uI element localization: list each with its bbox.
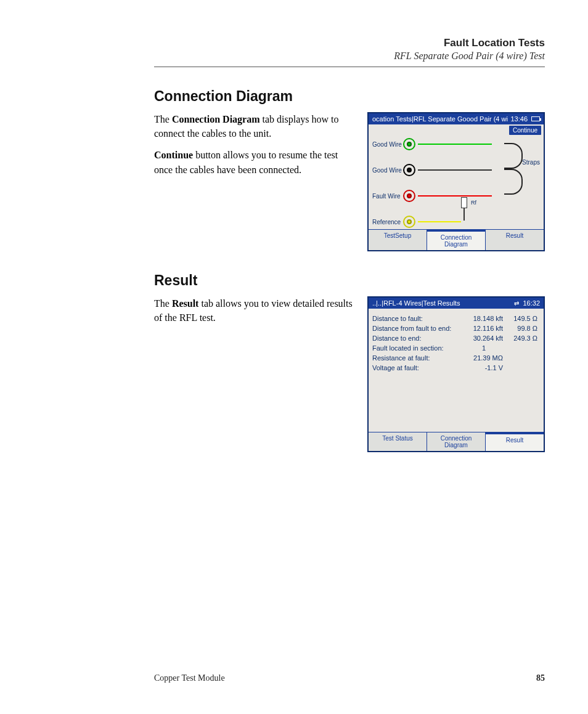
result-row: Distance from fault to end: 12.116 kft 9… bbox=[372, 323, 540, 333]
res-paragraph-1: The Result tab allows you to view detail… bbox=[154, 296, 354, 325]
header-rule bbox=[154, 67, 545, 67]
wire-yellow bbox=[418, 221, 461, 222]
straps-label: Straps bbox=[522, 159, 540, 166]
tab-result[interactable]: Result bbox=[485, 230, 544, 250]
result-key: Voltage at fault: bbox=[372, 364, 465, 371]
wire-green bbox=[418, 144, 492, 145]
section-res-text: The Result tab allows you to view detail… bbox=[154, 296, 354, 332]
section-heading-connection-diagram: Connection Diagram bbox=[154, 88, 545, 105]
cd-paragraph-2: Continue button allows you to resume the… bbox=[154, 148, 354, 176]
result-row: Distance to fault: 18.148 kft 149.5 Ω bbox=[372, 314, 540, 323]
result-row: Resistance at fault: 21.39 MΩ bbox=[372, 353, 540, 363]
tab-result[interactable]: Result bbox=[485, 432, 544, 451]
result-row: Distance to end: 30.264 kft 249.3 Ω bbox=[372, 333, 540, 343]
reference-label: Reference bbox=[372, 219, 403, 225]
bold-term: Result bbox=[172, 298, 199, 309]
result-value-2: 249.3 Ω bbox=[503, 335, 537, 342]
link-icon: ⇄ bbox=[514, 300, 519, 307]
rf-resistor-icon bbox=[461, 197, 467, 208]
good-wire-1-label: Good Wire bbox=[372, 141, 403, 148]
result-value-2 bbox=[503, 344, 537, 352]
result-key: Distance to end: bbox=[372, 335, 465, 342]
bold-term: Continue bbox=[154, 150, 193, 160]
page-number: 85 bbox=[536, 673, 545, 683]
wire-black bbox=[418, 169, 492, 171]
wire-red bbox=[418, 195, 492, 197]
device-title: ocation Tests|RFL Separate Goood Pair (4… bbox=[372, 115, 508, 123]
device-time: 16:32 bbox=[523, 299, 540, 307]
good-wire-2-label: Good Wire bbox=[372, 167, 403, 174]
device-tabs: Test Status Connection Diagram Result bbox=[369, 432, 544, 451]
bold-term: Connection Diagram bbox=[172, 114, 260, 124]
result-value-1: 18.148 kft bbox=[465, 315, 503, 322]
tab-connection-diagram[interactable]: Connection Diagram bbox=[427, 230, 485, 250]
result-key: Fault located in section: bbox=[372, 344, 465, 352]
chapter-subtitle: RFL Separate Good Pair (4 wire) Test bbox=[154, 51, 545, 62]
result-value-1: -1.1 V bbox=[465, 364, 503, 371]
result-value-2 bbox=[503, 364, 537, 371]
battery-icon bbox=[531, 116, 540, 121]
chapter-title: Fault Location Tests bbox=[154, 37, 545, 49]
result-value-1: 30.264 kft bbox=[465, 335, 503, 342]
result-key: Resistance at fault: bbox=[372, 354, 465, 362]
result-value-1: 1 bbox=[465, 344, 503, 352]
tab-test-status[interactable]: Test Status bbox=[369, 432, 427, 451]
section-cd-text: The Connection Diagram tab displays how … bbox=[154, 112, 354, 184]
device-result: ..|..|RFL-4 Wires|Test Results ⇄ 16:32 D… bbox=[367, 296, 545, 452]
tab-testsetup[interactable]: TestSetup bbox=[369, 230, 427, 250]
tab-connection-diagram[interactable]: Connection Diagram bbox=[427, 432, 485, 451]
result-row: Voltage at fault: -1.1 V bbox=[372, 363, 540, 373]
continue-button[interactable]: Continue bbox=[509, 126, 541, 135]
device-body: Continue Good Wire Good Wire Fault Wire bbox=[369, 124, 544, 229]
result-value-1: 12.116 kft bbox=[465, 325, 503, 332]
running-header: Fault Location Tests RFL Separate Good P… bbox=[154, 37, 545, 62]
text: The bbox=[154, 114, 172, 124]
result-key: Distance from fault to end: bbox=[372, 325, 465, 332]
result-value-2: 99.8 Ω bbox=[503, 325, 537, 332]
device-connection-diagram: ocation Tests|RFL Separate Goood Pair (4… bbox=[367, 112, 545, 251]
strap-curve-1 bbox=[504, 143, 523, 169]
device-titlebar: ..|..|RFL-4 Wires|Test Results ⇄ 16:32 bbox=[369, 298, 544, 309]
result-value-2: 149.5 Ω bbox=[503, 315, 537, 322]
device-time: 13:46 bbox=[510, 115, 528, 123]
port-red-icon bbox=[403, 190, 415, 202]
cd-paragraph-1: The Connection Diagram tab displays how … bbox=[154, 112, 354, 140]
port-green-icon bbox=[403, 138, 415, 150]
result-value-2 bbox=[503, 354, 537, 362]
port-black-icon bbox=[403, 164, 415, 176]
result-value-1: 21.39 MΩ bbox=[465, 354, 503, 362]
port-yellow-icon bbox=[403, 216, 415, 228]
rf-label: Rf bbox=[471, 200, 476, 206]
device-tabs: TestSetup Connection Diagram Result bbox=[369, 229, 544, 250]
fault-wire-label: Fault Wire bbox=[372, 193, 403, 200]
rf-lead bbox=[463, 208, 465, 221]
result-row: Fault located in section: 1 bbox=[372, 343, 540, 353]
section-heading-result: Result bbox=[154, 272, 545, 289]
device-titlebar: ocation Tests|RFL Separate Goood Pair (4… bbox=[369, 113, 544, 124]
page-footer: Copper Test Module 85 bbox=[43, 673, 545, 683]
device-title: ..|..|RFL-4 Wires|Test Results bbox=[372, 299, 460, 307]
device-body: Distance to fault: 18.148 kft 149.5 Ω Di… bbox=[369, 309, 544, 432]
text: The bbox=[154, 298, 172, 309]
footer-product: Copper Test Module bbox=[154, 673, 225, 683]
result-key: Distance to fault: bbox=[372, 315, 465, 322]
strap-curve-2 bbox=[504, 169, 523, 195]
